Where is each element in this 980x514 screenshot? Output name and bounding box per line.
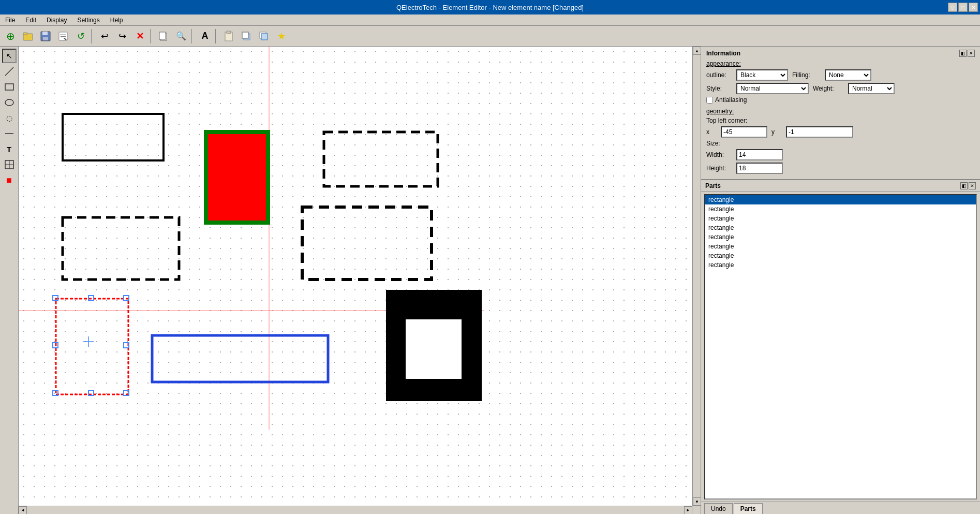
menu-bar: File Edit Display Settings Help (0, 14, 980, 26)
scroll-left-btn[interactable]: ◄ (19, 506, 27, 515)
menu-display[interactable]: Display (43, 16, 70, 25)
svg-rect-14 (242, 32, 248, 38)
horizontal-scrollbar[interactable]: ◄ ► (19, 506, 692, 514)
parts-item-6[interactable]: rectangle (705, 251, 976, 260)
antialiasing-label: Antialiasing (715, 96, 747, 104)
appearance-title: appearance: (706, 60, 975, 67)
toolbar: ⊕ ↺ ↩ ↪ ✕ 🔍 A ★ (0, 26, 980, 47)
tab-parts[interactable]: Parts (734, 503, 763, 514)
y-label: y (771, 128, 782, 136)
zoom-btn[interactable]: 🔍 (173, 28, 189, 45)
color-tool[interactable]: ■ (2, 173, 17, 187)
size-label: Size: (706, 140, 720, 147)
svg-rect-1 (23, 33, 27, 35)
antialiasing-row: Antialiasing (706, 96, 975, 104)
close-btn[interactable]: ✕ (969, 3, 978, 12)
svg-rect-18 (5, 84, 13, 90)
tab-undo[interactable]: Undo (704, 503, 733, 514)
vertical-scrollbar[interactable]: ▲ ▼ (692, 47, 701, 506)
x-label: x (706, 128, 717, 136)
info-title: Information (706, 50, 740, 57)
svg-point-19 (5, 99, 13, 106)
filling-label: Filling: (792, 71, 821, 79)
scroll-down-btn[interactable]: ▼ (693, 497, 701, 506)
title-bar: QElectroTech - Element Editor - New elem… (0, 0, 980, 14)
window-controls: ▽ □ ✕ (948, 3, 978, 12)
topleft-label: Top left corner: (706, 117, 747, 124)
outline-row: outline: Black White Red Filling: None B… (706, 69, 975, 81)
rect-draw-tool[interactable] (2, 80, 17, 94)
menu-file[interactable]: File (2, 16, 18, 25)
line-tool[interactable] (2, 126, 17, 141)
y-input[interactable] (786, 126, 853, 138)
weight-select[interactable]: Normal Thin Thick (848, 83, 895, 94)
text-btn[interactable]: A (197, 28, 213, 45)
parts-item-4[interactable]: rectangle (705, 232, 976, 242)
sep4 (215, 29, 218, 43)
filling-select[interactable]: None Black White (825, 69, 871, 81)
parts-item-0[interactable]: rectangle (705, 195, 976, 204)
parts-list[interactable]: rectangle rectangle rectangle rectangle … (704, 194, 977, 500)
scroll-up-btn[interactable]: ▲ (693, 47, 701, 55)
sep1 (91, 29, 94, 43)
info-panel-controls: ◧ ✕ (959, 50, 975, 57)
width-input[interactable] (736, 149, 783, 160)
save-btn[interactable] (37, 28, 54, 45)
x-input[interactable] (721, 126, 767, 138)
scroll-corner (692, 506, 701, 514)
redo-btn[interactable]: ↪ (114, 28, 130, 45)
height-input[interactable] (736, 163, 783, 174)
reload-btn[interactable]: ↺ (72, 28, 89, 45)
select-tool[interactable]: ↖ (2, 49, 17, 63)
outline-select[interactable]: Black White Red (736, 69, 788, 81)
edit-btn[interactable] (55, 28, 71, 45)
bottom-tabs: Undo Parts (701, 502, 980, 514)
menu-edit[interactable]: Edit (22, 16, 39, 25)
undo-btn[interactable]: ↩ (96, 28, 113, 45)
information-panel: Information ◧ ✕ appearance: outline: Bla… (701, 47, 980, 180)
svg-rect-16 (261, 34, 268, 40)
eraser-tool[interactable]: ◌ (2, 111, 17, 125)
parts-panel: Parts ◧ ✕ rectangle rectangle rectangle … (701, 180, 980, 514)
copy-btn[interactable] (155, 28, 172, 45)
info-float-btn[interactable]: ◧ (959, 50, 967, 57)
size-label-row: Size: (706, 140, 975, 147)
height-label: Height: (706, 165, 732, 172)
terminal-tool[interactable] (2, 157, 17, 172)
menu-settings[interactable]: Settings (74, 16, 102, 25)
parts-item-2[interactable]: rectangle (705, 214, 976, 223)
width-label: Width: (706, 151, 732, 158)
style-select[interactable]: Normal Dashed Dotted (736, 83, 809, 94)
parts-item-3[interactable]: rectangle (705, 223, 976, 232)
menu-help[interactable]: Help (107, 16, 126, 25)
open-btn[interactable] (20, 28, 36, 45)
height-row: Height: (706, 163, 975, 174)
ellipse-draw-tool[interactable] (2, 95, 17, 110)
sep3 (191, 29, 195, 43)
parts-title: Parts (705, 182, 721, 189)
maximize-btn[interactable]: □ (958, 3, 968, 12)
info-close-btn[interactable]: ✕ (968, 50, 975, 57)
delete-btn[interactable]: ✕ (131, 28, 148, 45)
style-row: Style: Normal Dashed Dotted Weight: Norm… (706, 83, 975, 94)
text-tool[interactable]: T (2, 142, 17, 156)
back-btn[interactable] (256, 28, 272, 45)
minimize-btn[interactable]: ▽ (948, 3, 957, 12)
line-draw-tool[interactable] (2, 64, 17, 79)
parts-panel-header: Parts ◧ ✕ (701, 180, 980, 192)
canvas-area[interactable]: ▲ ▼ ◄ ► (19, 47, 701, 514)
parts-item-1[interactable]: rectangle (705, 204, 976, 214)
paste-btn[interactable] (220, 28, 237, 45)
parts-item-5[interactable]: rectangle (705, 242, 976, 251)
star-btn[interactable]: ★ (273, 28, 290, 45)
parts-close-btn[interactable]: ✕ (969, 182, 976, 189)
new-btn[interactable]: ⊕ (2, 28, 19, 45)
parts-item-7[interactable]: rectangle (705, 260, 976, 270)
main-layout: ↖ ◌ T ■ (0, 47, 980, 514)
front-btn[interactable] (238, 28, 255, 45)
svg-rect-4 (43, 37, 48, 40)
scroll-right-btn[interactable]: ► (684, 506, 692, 515)
parts-float-btn[interactable]: ◧ (960, 182, 968, 189)
antialiasing-check[interactable] (706, 97, 713, 104)
info-panel-header: Information ◧ ✕ (706, 50, 975, 57)
